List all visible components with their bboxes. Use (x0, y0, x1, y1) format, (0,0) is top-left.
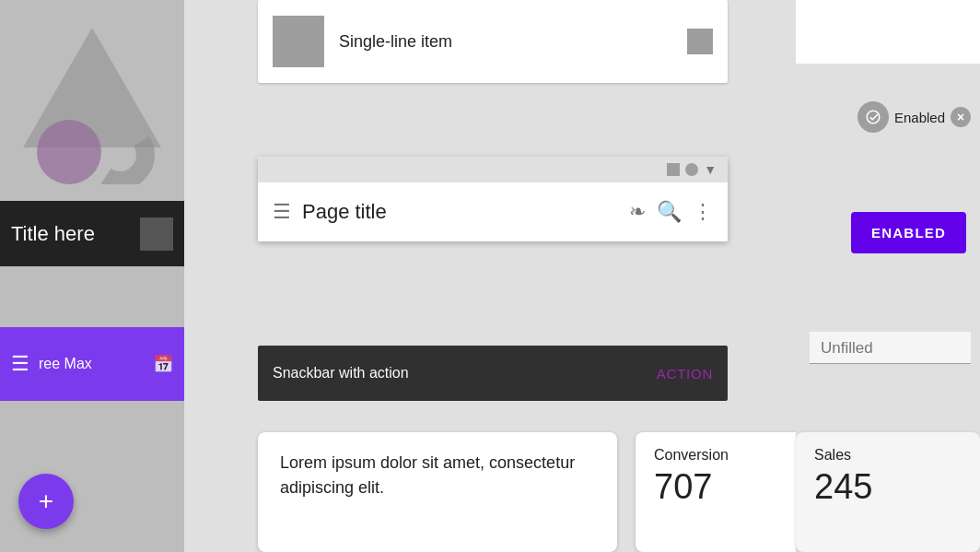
sidebar-logo-area (0, 0, 184, 203)
single-line-label: Single-line item (339, 32, 672, 52)
status-circle-icon (685, 163, 698, 176)
snackbar: Snackbar with action ACTION (258, 346, 728, 401)
app-bar-title: Page title (302, 200, 618, 224)
enabled-chip[interactable]: Enabled × (858, 101, 971, 133)
app-bar-content: ☰ Page title ❧ 🔍 ⋮ (258, 182, 728, 241)
menu-icon[interactable]: ☰ (273, 200, 291, 224)
single-line-action-icon (687, 29, 713, 54)
sidebar-purple-label: ree Max (39, 356, 144, 372)
unfilled-label: Unfilled (821, 339, 873, 357)
chip-check-icon (865, 109, 881, 125)
sales-label: Sales (814, 447, 962, 464)
app-bar: ▼ ☰ Page title ❧ 🔍 ⋮ (258, 157, 728, 241)
snackbar-message: Snackbar with action (273, 365, 657, 382)
single-line-thumbnail (273, 16, 324, 67)
sales-value: 245 (814, 467, 962, 507)
close-icon: × (957, 111, 964, 123)
enabled-button[interactable]: ENABLED (851, 212, 966, 253)
list-icon: ☰ (11, 352, 29, 376)
snackbar-action-button[interactable]: ACTION (657, 366, 713, 382)
chip-label-text: Enabled (894, 110, 945, 125)
sidebar-title-text: Title here (11, 222, 131, 246)
svg-marker-0 (23, 28, 161, 147)
bottom-card-text: Lorem ipsum dolor sit amet, consectetur … (258, 432, 617, 552)
sidebar-logo-icon (18, 18, 166, 184)
fab-button[interactable]: + (18, 474, 74, 529)
left-sidebar: Title here ☰ ree Max 📅 (0, 0, 184, 552)
search-icon[interactable]: 🔍 (657, 200, 682, 224)
sidebar-title-square (140, 217, 173, 251)
sidebar-purple-bar[interactable]: ☰ ree Max 📅 (0, 327, 184, 401)
chip-avatar-icon (858, 101, 889, 133)
status-bar: ▼ (258, 157, 728, 182)
more-vert-icon[interactable]: ⋮ (693, 200, 713, 224)
right-panel: Enabled × ENABLED Unfilled Sales 245 (796, 0, 980, 552)
status-square-icon (667, 163, 680, 176)
status-chevron-icon: ▼ (704, 162, 717, 177)
single-line-card: Single-line item (258, 0, 728, 83)
share-icon[interactable]: ❧ (629, 200, 646, 224)
lorem-ipsum-text: Lorem ipsum dolor sit amet, consectetur … (280, 451, 595, 500)
chip-close-button[interactable]: × (951, 107, 971, 127)
white-box-top (796, 0, 980, 65)
unfilled-input-wrapper[interactable]: Unfilled (810, 332, 971, 364)
fab-plus-icon: + (39, 488, 53, 514)
unfilled-field: Unfilled (810, 332, 971, 364)
svg-point-1 (37, 120, 101, 184)
sidebar-title-bar: Title here (0, 201, 184, 266)
main-area: Single-line item ▼ ☰ Page title ❧ 🔍 ⋮ Sn… (184, 0, 796, 552)
bottom-card-sales: Sales 245 (796, 432, 980, 552)
calendar-icon: 📅 (153, 354, 173, 374)
